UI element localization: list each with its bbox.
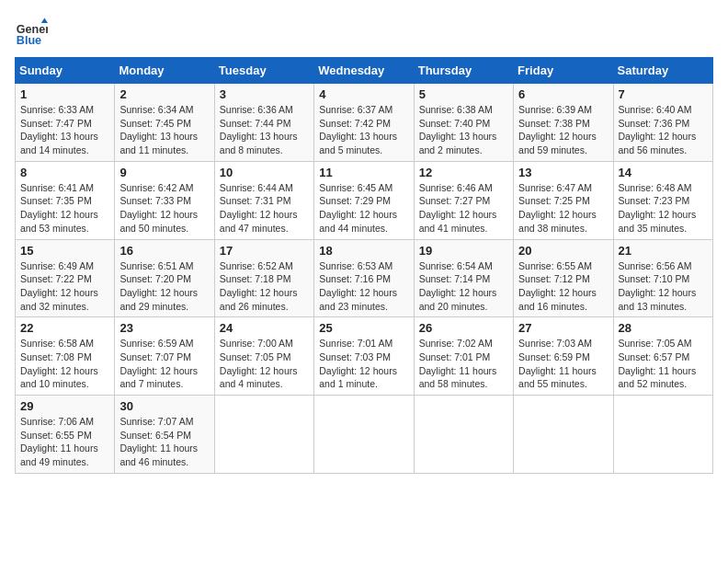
calendar-cell: 13Sunrise: 6:47 AMSunset: 7:25 PMDayligh… — [514, 161, 613, 239]
calendar-cell: 18Sunrise: 6:53 AMSunset: 7:16 PMDayligh… — [314, 239, 414, 317]
calendar-cell: 7Sunrise: 6:40 AMSunset: 7:36 PMDaylight… — [613, 84, 712, 162]
logo: General Blue — [15, 15, 48, 48]
day-number: 26 — [419, 321, 508, 335]
calendar-cell — [414, 396, 513, 474]
day-number: 8 — [20, 166, 109, 179]
svg-text:Blue: Blue — [17, 34, 41, 47]
day-info: Sunrise: 6:53 AMSunset: 7:16 PMDaylight:… — [319, 260, 397, 312]
day-number: 11 — [319, 166, 408, 179]
day-info: Sunrise: 6:51 AMSunset: 7:20 PMDaylight:… — [119, 260, 198, 312]
day-number: 17 — [220, 244, 309, 258]
day-number: 30 — [119, 399, 209, 413]
day-info: Sunrise: 6:49 AMSunset: 7:22 PMDaylight:… — [20, 260, 98, 312]
day-number: 20 — [518, 244, 608, 258]
calendar-cell: 30Sunrise: 7:07 AMSunset: 6:54 PMDayligh… — [115, 396, 214, 474]
day-number: 25 — [319, 321, 408, 335]
calendar-cell — [214, 396, 313, 474]
weekday-header-saturday: Saturday — [613, 58, 712, 84]
calendar-cell: 15Sunrise: 6:49 AMSunset: 7:22 PMDayligh… — [16, 239, 115, 317]
day-info: Sunrise: 6:38 AMSunset: 7:40 PMDaylight:… — [419, 104, 497, 155]
day-info: Sunrise: 7:06 AMSunset: 6:55 PMDaylight:… — [20, 416, 98, 467]
day-number: 14 — [619, 166, 708, 179]
day-info: Sunrise: 6:39 AMSunset: 7:38 PMDaylight:… — [518, 104, 597, 155]
calendar-cell: 22Sunrise: 6:58 AMSunset: 7:08 PMDayligh… — [16, 317, 115, 396]
day-info: Sunrise: 6:56 AMSunset: 7:10 PMDaylight:… — [619, 260, 697, 312]
day-info: Sunrise: 6:58 AMSunset: 7:08 PMDaylight:… — [20, 338, 98, 389]
calendar-cell: 14Sunrise: 6:48 AMSunset: 7:23 PMDayligh… — [613, 161, 712, 239]
calendar-cell: 5Sunrise: 6:38 AMSunset: 7:40 PMDaylight… — [414, 84, 513, 162]
day-info: Sunrise: 6:48 AMSunset: 7:23 PMDaylight:… — [619, 182, 697, 234]
day-number: 10 — [220, 166, 309, 179]
weekday-header-wednesday: Wednesday — [314, 58, 414, 84]
day-info: Sunrise: 6:36 AMSunset: 7:44 PMDaylight:… — [220, 104, 298, 155]
calendar-cell: 16Sunrise: 6:51 AMSunset: 7:20 PMDayligh… — [115, 239, 214, 317]
calendar-cell: 9Sunrise: 6:42 AMSunset: 7:33 PMDaylight… — [115, 161, 214, 239]
calendar-week-5: 29Sunrise: 7:06 AMSunset: 6:55 PMDayligh… — [16, 396, 713, 474]
day-number: 4 — [319, 87, 408, 101]
day-info: Sunrise: 6:42 AMSunset: 7:33 PMDaylight:… — [119, 182, 198, 234]
day-number: 22 — [20, 321, 109, 335]
calendar-cell: 17Sunrise: 6:52 AMSunset: 7:18 PMDayligh… — [214, 239, 313, 317]
calendar-cell — [314, 396, 414, 474]
calendar-cell: 26Sunrise: 7:02 AMSunset: 7:01 PMDayligh… — [414, 317, 513, 396]
day-number: 12 — [419, 166, 508, 179]
day-info: Sunrise: 6:59 AMSunset: 7:07 PMDaylight:… — [119, 338, 198, 389]
calendar-cell: 23Sunrise: 6:59 AMSunset: 7:07 PMDayligh… — [115, 317, 214, 396]
calendar-cell: 3Sunrise: 6:36 AMSunset: 7:44 PMDaylight… — [214, 84, 313, 162]
day-number: 6 — [518, 87, 608, 101]
day-number: 24 — [220, 321, 309, 335]
calendar-cell: 4Sunrise: 6:37 AMSunset: 7:42 PMDaylight… — [314, 84, 414, 162]
weekday-header-monday: Monday — [115, 58, 214, 84]
day-info: Sunrise: 7:00 AMSunset: 7:05 PMDaylight:… — [220, 338, 298, 389]
day-info: Sunrise: 6:54 AMSunset: 7:14 PMDaylight:… — [419, 260, 497, 312]
calendar-cell: 28Sunrise: 7:05 AMSunset: 6:57 PMDayligh… — [613, 317, 712, 396]
day-info: Sunrise: 6:33 AMSunset: 7:47 PMDaylight:… — [20, 104, 98, 155]
day-number: 21 — [619, 244, 708, 258]
calendar-week-4: 22Sunrise: 6:58 AMSunset: 7:08 PMDayligh… — [16, 317, 713, 396]
day-number: 28 — [619, 321, 708, 335]
weekday-header-tuesday: Tuesday — [214, 58, 313, 84]
day-info: Sunrise: 7:03 AMSunset: 6:59 PMDaylight:… — [518, 338, 597, 389]
weekday-header-row: SundayMondayTuesdayWednesdayThursdayFrid… — [16, 58, 713, 84]
day-number: 18 — [319, 244, 408, 258]
calendar-cell: 29Sunrise: 7:06 AMSunset: 6:55 PMDayligh… — [16, 396, 115, 474]
calendar-cell: 6Sunrise: 6:39 AMSunset: 7:38 PMDaylight… — [514, 84, 613, 162]
day-info: Sunrise: 7:05 AMSunset: 6:57 PMDaylight:… — [619, 338, 697, 389]
day-info: Sunrise: 6:40 AMSunset: 7:36 PMDaylight:… — [619, 104, 697, 155]
day-info: Sunrise: 6:44 AMSunset: 7:31 PMDaylight:… — [220, 182, 298, 234]
weekday-header-sunday: Sunday — [16, 58, 115, 84]
day-info: Sunrise: 6:45 AMSunset: 7:29 PMDaylight:… — [319, 182, 397, 234]
day-info: Sunrise: 6:47 AMSunset: 7:25 PMDaylight:… — [518, 182, 597, 234]
calendar-cell: 8Sunrise: 6:41 AMSunset: 7:35 PMDaylight… — [16, 161, 115, 239]
calendar-cell: 2Sunrise: 6:34 AMSunset: 7:45 PMDaylight… — [115, 84, 214, 162]
calendar-week-3: 15Sunrise: 6:49 AMSunset: 7:22 PMDayligh… — [16, 239, 713, 317]
day-info: Sunrise: 6:46 AMSunset: 7:27 PMDaylight:… — [419, 182, 497, 234]
day-info: Sunrise: 6:55 AMSunset: 7:12 PMDaylight:… — [518, 260, 597, 312]
calendar-cell: 21Sunrise: 6:56 AMSunset: 7:10 PMDayligh… — [613, 239, 712, 317]
day-info: Sunrise: 7:01 AMSunset: 7:03 PMDaylight:… — [319, 338, 397, 389]
day-info: Sunrise: 6:34 AMSunset: 7:45 PMDaylight:… — [119, 104, 198, 155]
logo-icon: General Blue — [15, 15, 48, 48]
day-number: 2 — [119, 87, 209, 101]
day-info: Sunrise: 6:41 AMSunset: 7:35 PMDaylight:… — [20, 182, 98, 234]
calendar-table: SundayMondayTuesdayWednesdayThursdayFrid… — [15, 57, 713, 474]
header: General Blue — [15, 15, 713, 48]
day-number: 16 — [119, 244, 209, 258]
calendar-body: 1Sunrise: 6:33 AMSunset: 7:47 PMDaylight… — [16, 84, 713, 474]
calendar-cell: 24Sunrise: 7:00 AMSunset: 7:05 PMDayligh… — [214, 317, 313, 396]
calendar-cell: 19Sunrise: 6:54 AMSunset: 7:14 PMDayligh… — [414, 239, 513, 317]
calendar-cell: 27Sunrise: 7:03 AMSunset: 6:59 PMDayligh… — [514, 317, 613, 396]
calendar-cell: 10Sunrise: 6:44 AMSunset: 7:31 PMDayligh… — [214, 161, 313, 239]
svg-marker-2 — [41, 18, 48, 23]
day-number: 3 — [220, 87, 309, 101]
day-number: 29 — [20, 399, 109, 413]
calendar-cell: 11Sunrise: 6:45 AMSunset: 7:29 PMDayligh… — [314, 161, 414, 239]
day-number: 9 — [119, 166, 209, 179]
calendar-cell: 1Sunrise: 6:33 AMSunset: 7:47 PMDaylight… — [16, 84, 115, 162]
day-number: 13 — [518, 166, 608, 179]
day-number: 27 — [518, 321, 608, 335]
weekday-header-friday: Friday — [514, 58, 613, 84]
day-number: 15 — [20, 244, 109, 258]
day-number: 7 — [619, 87, 708, 101]
day-info: Sunrise: 6:37 AMSunset: 7:42 PMDaylight:… — [319, 104, 397, 155]
